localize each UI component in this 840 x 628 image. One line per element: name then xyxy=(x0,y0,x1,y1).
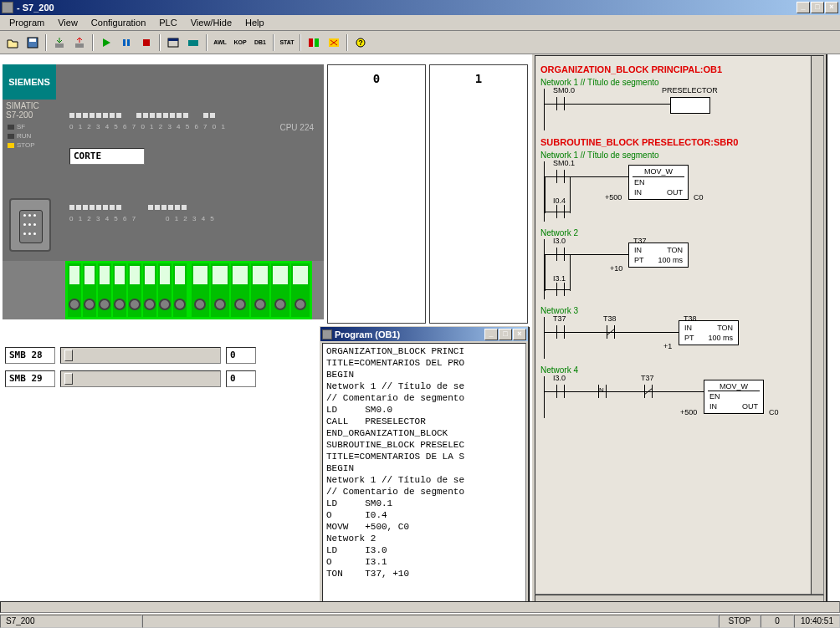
program-window-icon xyxy=(322,329,332,340)
program-window-title: Program (OB1) xyxy=(335,329,400,340)
ladder-rung-1: SM0.0 PRESELECTOR xyxy=(544,89,818,130)
svg-rect-8 xyxy=(168,38,178,41)
slider2-value[interactable]: 0 xyxy=(226,370,256,387)
program-code-area[interactable]: ORGANIZATION_BLOCK PRINCI TITLE=COMENTAR… xyxy=(322,343,526,601)
workspace: SIEMENS SIMATICS7-200 CPU 224 SF RUN STO… xyxy=(0,54,840,613)
mdi-client: SIEMENS SIMATICS7-200 CPU 224 SF RUN STO… xyxy=(0,54,840,601)
kop-block-header-1: ORGANIZATION_BLOCK PRINCIPAL:OB1 xyxy=(540,64,818,74)
kop-hscrollbar[interactable] xyxy=(535,595,824,601)
save-icon[interactable] xyxy=(23,33,42,52)
kop-network-4: Network 3 xyxy=(540,306,818,315)
awl-button[interactable]: AWL xyxy=(211,33,229,52)
stop-icon[interactable] xyxy=(137,33,156,52)
menu-program[interactable]: Program xyxy=(3,16,50,29)
kop-button[interactable]: KOP xyxy=(231,33,249,52)
kop-network-3: Network 2 xyxy=(540,228,818,237)
monitor-col-1: 1 xyxy=(429,64,528,324)
status-mode: STOP xyxy=(719,615,761,628)
ladder-rung-5: I3.0 N T37 MOV_W EN INOUT +500 C0 xyxy=(544,376,818,418)
slider2-label: SMB 29 xyxy=(5,370,55,387)
io-numbers-top: 0 1 2 3 4 5 6 7 0 1 2 3 4 5 6 7 0 1 xyxy=(69,123,227,130)
monitor-panel: 0 1 xyxy=(327,64,528,324)
kop-network-2: Network 1 // Título de segmento xyxy=(540,151,818,160)
status-leds: SF RUN STOP xyxy=(8,123,35,151)
status-time: 10:40:51 xyxy=(794,615,840,628)
window-icon[interactable] xyxy=(164,33,182,52)
svg-text:?: ? xyxy=(358,38,363,47)
menu-view[interactable]: View xyxy=(52,16,84,29)
kop-window[interactable]: KOP _ □ × ORGANIZATION_BLOCK PRINCIPAL:O… xyxy=(532,54,827,601)
svg-rect-6 xyxy=(143,39,150,46)
window-title: - S7_200 xyxy=(17,3,54,13)
download-icon[interactable] xyxy=(50,33,69,52)
menu-viewhide[interactable]: View/Hide xyxy=(185,16,238,29)
svg-rect-4 xyxy=(123,39,125,46)
menu-help[interactable]: Help xyxy=(239,16,270,29)
run-icon[interactable] xyxy=(97,33,115,52)
kop-network-5: Network 4 xyxy=(540,365,818,375)
help-icon[interactable]: ? xyxy=(351,33,370,52)
prog-minimize-button[interactable]: _ xyxy=(484,329,498,340)
svg-rect-9 xyxy=(188,40,198,46)
kop-vscrollbar[interactable] xyxy=(811,55,824,595)
main-titlebar: - S7_200 _ □ × xyxy=(0,0,840,15)
tool2-icon[interactable] xyxy=(325,33,343,52)
svg-rect-2 xyxy=(55,43,64,48)
kop-ladder-area[interactable]: ORGANIZATION_BLOCK PRINCIPAL:OB1 Network… xyxy=(535,55,824,595)
tool1-icon[interactable] xyxy=(305,33,323,52)
terminal-strip[interactable] xyxy=(65,261,312,319)
program-window[interactable]: Program (OB1) _ □ × ORGANIZATION_BLOCK P… xyxy=(320,326,529,601)
maximize-button[interactable]: □ xyxy=(811,2,824,13)
db9-connector xyxy=(9,198,51,252)
open-icon[interactable] xyxy=(3,33,22,52)
status-left: S7_200 xyxy=(0,615,142,628)
menu-plc[interactable]: PLC xyxy=(153,16,182,29)
module-icon[interactable] xyxy=(184,33,202,52)
plc-brand-label: SIEMENS xyxy=(3,64,56,100)
plc-display-field[interactable]: CORTE xyxy=(69,148,145,165)
svg-rect-5 xyxy=(127,39,130,46)
main-hscrollbar[interactable] xyxy=(0,601,840,613)
slider1-value[interactable]: 0 xyxy=(226,347,256,364)
svg-rect-11 xyxy=(315,38,319,47)
io-numbers-bottom-a: 0 1 2 3 4 5 6 7 xyxy=(69,215,137,222)
app-icon xyxy=(2,2,13,13)
plc-simulator-panel: SIEMENS SIMATICS7-200 CPU 224 SF RUN STO… xyxy=(3,64,324,319)
svg-rect-3 xyxy=(75,43,84,48)
toolbar: AWL KOP DB1 STAT ? xyxy=(0,31,840,54)
statusbar: S7_200 STOP 0 10:40:51 xyxy=(0,613,840,628)
prog-maximize-button[interactable]: □ xyxy=(499,329,512,340)
svg-rect-10 xyxy=(309,38,313,47)
plc-model-label: SIMATICS7-200 xyxy=(3,100,43,121)
upload-icon[interactable] xyxy=(70,33,89,52)
slider2-track[interactable] xyxy=(60,370,221,387)
prog-close-button[interactable]: × xyxy=(513,329,526,340)
ladder-rung-3: I3.0 I3.1 T37 INTON PT100 ms +10 xyxy=(544,239,818,299)
ladder-rung-2: SM0.1 I0.4 MOV_W EN INOUT +500 C0 xyxy=(544,161,818,222)
pause-icon[interactable] xyxy=(117,33,136,52)
svg-rect-1 xyxy=(29,38,36,42)
stat-button[interactable]: STAT xyxy=(278,33,296,52)
monitor-col-0: 0 xyxy=(327,64,426,324)
minimize-button[interactable]: _ xyxy=(796,2,810,13)
kop-block-header-2: SUBROUTINE_BLOCK PRESELECTOR:SBR0 xyxy=(540,137,818,147)
slider-panel: SMB 28 0 SMB 29 0 xyxy=(5,347,256,394)
db1-button[interactable]: DB1 xyxy=(251,33,269,52)
status-num: 0 xyxy=(761,615,794,628)
menu-configuration[interactable]: Configuration xyxy=(85,16,151,29)
menubar: Program View Configuration PLC View/Hide… xyxy=(0,15,840,31)
cpu-label: CPU 224 xyxy=(279,123,314,132)
io-numbers-bottom-b: 0 1 2 3 4 5 xyxy=(166,215,216,222)
slider1-label: SMB 28 xyxy=(5,347,55,364)
ladder-rung-4: T37 T38 T38 INTON PT100 ms +1 xyxy=(544,317,818,359)
slider1-track[interactable] xyxy=(60,347,221,364)
close-button[interactable]: × xyxy=(825,2,838,13)
